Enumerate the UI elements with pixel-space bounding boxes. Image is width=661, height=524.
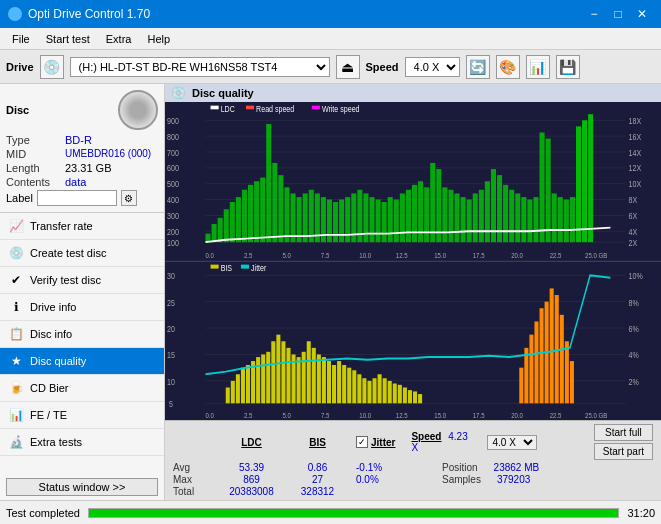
progress-bar-fill [89, 509, 618, 517]
nav-item-fe-te[interactable]: 📊 FE / TE [0, 402, 164, 429]
svg-text:18X: 18X [629, 116, 642, 126]
menu-file[interactable]: File [4, 31, 38, 47]
minimize-button[interactable]: − [583, 4, 605, 24]
svg-rect-68 [382, 202, 387, 242]
svg-rect-161 [342, 365, 346, 403]
eject-button[interactable]: ⏏ [336, 55, 360, 79]
svg-rect-158 [327, 361, 331, 403]
disc-panel-title: Disc [6, 104, 29, 116]
start-part-button[interactable]: Start part [594, 443, 653, 460]
disc-label-input[interactable] [37, 190, 117, 206]
svg-rect-97 [558, 197, 563, 242]
start-buttons: Start full Start part [594, 424, 653, 460]
menu-extra[interactable]: Extra [98, 31, 140, 47]
stats-ldc-header: LDC [224, 437, 279, 448]
svg-rect-173 [403, 387, 407, 403]
svg-rect-164 [357, 374, 361, 403]
svg-rect-53 [291, 193, 296, 242]
jitter-checkbox[interactable]: ✓ [356, 436, 368, 448]
menu-start-test[interactable]: Start test [38, 31, 98, 47]
nav-item-create-test-disc[interactable]: 💿 Create test disc [0, 240, 164, 267]
nav-item-disc-quality-label: Disc quality [30, 355, 86, 367]
svg-rect-99 [570, 197, 575, 242]
menu-help[interactable]: Help [139, 31, 178, 47]
svg-rect-144 [256, 357, 260, 403]
status-text: Test completed [6, 507, 80, 519]
close-button[interactable]: ✕ [631, 4, 653, 24]
disc-mid-label: MID [6, 148, 61, 160]
top-chart-svg: 900 800 700 600 500 400 300 200 100 18X … [165, 102, 661, 261]
stats-header-row: LDC BIS ✓ Jitter Speed 4.23 X 4.0 X Star… [173, 424, 653, 460]
svg-text:BIS: BIS [221, 263, 233, 273]
svg-text:16X: 16X [629, 132, 642, 142]
svg-rect-180 [534, 321, 538, 403]
nav-item-extra-tests[interactable]: 🔬 Extra tests [0, 429, 164, 456]
disc-quality-header-icon: 💿 [171, 86, 186, 100]
app-icon [8, 7, 22, 21]
svg-text:Jitter: Jitter [251, 263, 267, 273]
svg-rect-188 [211, 264, 219, 268]
nav-item-disc-info[interactable]: 📋 Disc info [0, 321, 164, 348]
color-button[interactable]: 🎨 [496, 55, 520, 79]
nav-item-drive-info[interactable]: ℹ Drive info [0, 294, 164, 321]
svg-rect-178 [524, 347, 528, 402]
progress-bar [88, 508, 619, 518]
drive-icon-btn[interactable]: 💿 [40, 55, 64, 79]
nav-item-cd-bier[interactable]: 🍺 CD Bier [0, 375, 164, 402]
svg-text:10%: 10% [629, 271, 644, 281]
svg-rect-44 [236, 197, 241, 242]
save-button[interactable]: 💾 [556, 55, 580, 79]
svg-rect-66 [369, 197, 374, 242]
svg-rect-73 [412, 185, 417, 242]
svg-rect-167 [373, 378, 377, 403]
start-full-button[interactable]: Start full [594, 424, 653, 441]
svg-rect-157 [322, 357, 326, 403]
speed-header-group: Speed 4.23 X [411, 431, 471, 453]
nav-item-transfer-rate[interactable]: 📈 Transfer rate [0, 213, 164, 240]
svg-rect-141 [241, 367, 245, 403]
svg-text:2%: 2% [629, 376, 640, 386]
disc-mid-value: UMEBDR016 (000) [65, 148, 151, 160]
svg-text:2.5: 2.5 [244, 411, 252, 419]
svg-rect-78 [442, 187, 447, 242]
status-window-button[interactable]: Status window >> [6, 478, 158, 496]
refresh-button[interactable]: 🔄 [466, 55, 490, 79]
svg-text:900: 900 [167, 116, 179, 126]
svg-text:LDC: LDC [221, 104, 235, 114]
maximize-button[interactable]: □ [607, 4, 629, 24]
total-ldc: 20383008 [224, 486, 279, 497]
disc-type-label: Type [6, 134, 61, 146]
drive-select[interactable]: (H:) HL-DT-ST BD-RE WH16NS58 TST4 [70, 57, 330, 77]
svg-rect-84 [479, 190, 484, 242]
svg-rect-160 [337, 361, 341, 403]
titlebar-controls: − □ ✕ [583, 4, 653, 24]
svg-rect-138 [226, 387, 230, 403]
svg-text:15.0: 15.0 [434, 411, 446, 419]
graph-button[interactable]: 📊 [526, 55, 550, 79]
total-bis: 328312 [295, 486, 340, 497]
disc-contents-row: Contents data [6, 176, 158, 188]
svg-rect-103 [211, 106, 219, 110]
svg-rect-176 [418, 394, 422, 403]
titlebar: Opti Drive Control 1.70 − □ ✕ [0, 0, 661, 28]
svg-text:300: 300 [167, 211, 179, 221]
disc-quality-icon: ★ [8, 353, 24, 369]
svg-rect-102 [588, 114, 593, 242]
nav-item-verify-test-disc[interactable]: ✔ Verify test disc [0, 267, 164, 294]
svg-text:25: 25 [167, 297, 175, 307]
disc-label-button[interactable]: ⚙ [121, 190, 137, 206]
svg-text:7.5: 7.5 [321, 411, 329, 419]
svg-rect-79 [448, 190, 453, 242]
speed-select-stats[interactable]: 4.0 X [487, 435, 537, 450]
svg-rect-72 [406, 190, 411, 242]
speed-select[interactable]: 4.0 X [405, 57, 460, 77]
disc-type-value: BD-R [65, 134, 92, 146]
svg-text:20: 20 [167, 324, 175, 334]
svg-rect-93 [533, 197, 538, 242]
nav-item-disc-quality[interactable]: ★ Disc quality [0, 348, 164, 375]
nav-item-drive-info-label: Drive info [30, 301, 76, 313]
svg-rect-76 [430, 163, 435, 242]
svg-rect-165 [362, 378, 366, 403]
svg-text:25.0 GB: 25.0 GB [585, 252, 608, 260]
svg-text:200: 200 [167, 227, 179, 237]
